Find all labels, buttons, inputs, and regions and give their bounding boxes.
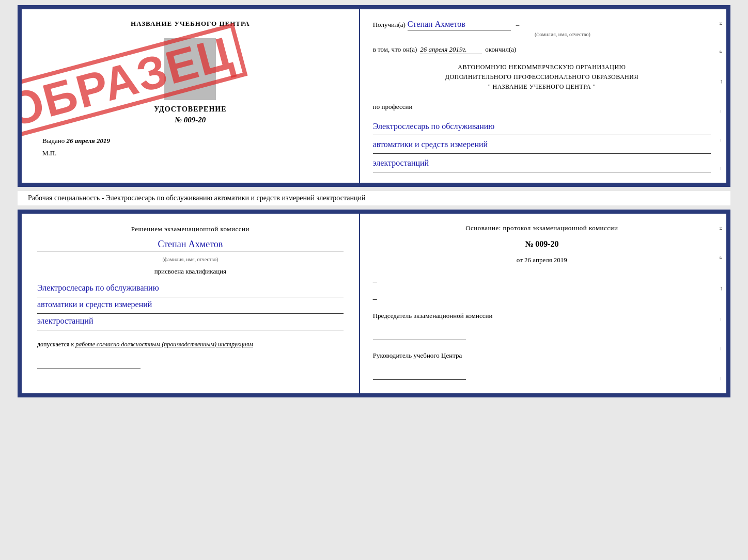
prisvoena-text: присвоена квалификация (37, 267, 344, 276)
reshenie-text: Решением экзаменационной комиссии (37, 224, 344, 234)
poluchil-section: Получил(а) Степан Ахметов – (фамилия, им… (373, 20, 711, 37)
po-professii-label: по профессии (373, 103, 711, 111)
bottom-left-sig-line (37, 354, 141, 369)
dash-line-right: – (373, 277, 711, 286)
protocol-num: № 009-20 (373, 239, 711, 249)
fio-label-bottom: (фамилия, имя, отчество) (37, 257, 344, 262)
org-block: АВТОНОМНУЮ НЕКОММЕРЧЕСКУЮ ОРГАНИЗАЦИЮ ДО… (373, 62, 711, 92)
qual-line1: Электрослесарь по обслуживанию (37, 281, 344, 297)
photo-placeholder (164, 38, 216, 100)
doc-number: № 009-20 (175, 116, 206, 124)
osnov-text: Основание: протокол экзаменационной коми… (373, 224, 711, 232)
doc-top-left: НАЗВАНИЕ УЧЕБНОГО ЦЕНТРА УДОСТОВЕРЕНИЕ №… (22, 9, 360, 183)
dash-line-right2: – (373, 294, 711, 303)
doc-top-right: Получил(а) Степан Ахметов – (фамилия, им… (360, 9, 726, 183)
profession-line3: электростанций (373, 156, 711, 172)
poluchil-name: Степан Ахметов (408, 20, 511, 30)
poluchil-row: Получил(а) Степан Ахметов – (373, 20, 711, 30)
middle-label-text: Рабочая специальность - Электрослесарь п… (28, 194, 365, 202)
doc-bottom-right: Основание: протокол экзаменационной коми… (360, 214, 726, 393)
qual-line2: автоматики и средств измерений (37, 297, 344, 314)
dopuskaetsya-block: допускается к работе согласно должностны… (37, 341, 344, 348)
qual-block: Электрослесарь по обслуживанию автоматик… (37, 281, 344, 330)
qual-line3: электростанций (37, 314, 344, 330)
middle-label: Рабочая специальность - Электрослесарь п… (18, 191, 730, 205)
side-decorations-bottom: и а ← – – – (717, 214, 726, 393)
udostoverenie-label: УДОСТОВЕРЕНИЕ (154, 105, 226, 114)
profession-line2: автоматики и средств измерений (373, 137, 711, 154)
mp-label: М.П. (42, 149, 56, 157)
profession-block: Электрослесарь по обслуживанию автоматик… (373, 117, 711, 172)
profession-line1: Электрослесарь по обслуживанию (373, 119, 711, 136)
document-top: НАЗВАНИЕ УЧЕБНОГО ЦЕНТРА УДОСТОВЕРЕНИЕ №… (18, 5, 730, 187)
vydano-row: Выдано 26 апреля 2019 (42, 137, 110, 145)
doc-bottom-left: Решением экзаменационной комиссии Степан… (22, 214, 360, 393)
rukovoditel-sig-line (373, 364, 466, 380)
fio-label-top: (фамилия, имя, отчество) (414, 31, 711, 37)
predsedatel-sig-line (373, 325, 466, 340)
rukovoditel-block: Руководитель учебного Центра (373, 350, 711, 383)
ot-date: от 26 апреля 2019 (373, 256, 711, 264)
dopusk-text: работе согласно должностным (производств… (75, 341, 253, 348)
vtom-date: 26 апреля 2019г. (420, 45, 482, 54)
document-bottom: Решением экзаменационной комиссии Степан… (18, 210, 730, 397)
bottom-name: Степан Ахметов (37, 239, 344, 251)
center-name-top: НАЗВАНИЕ УЧЕБНОГО ЦЕНТРА (131, 20, 250, 28)
vtom-row: в том, что он(а) 26 апреля 2019г. окончи… (373, 45, 711, 54)
side-decorations-top: и а ← – – – (717, 9, 726, 183)
predsedatel-block: Председатель экзаменационной комиссии (373, 311, 711, 343)
